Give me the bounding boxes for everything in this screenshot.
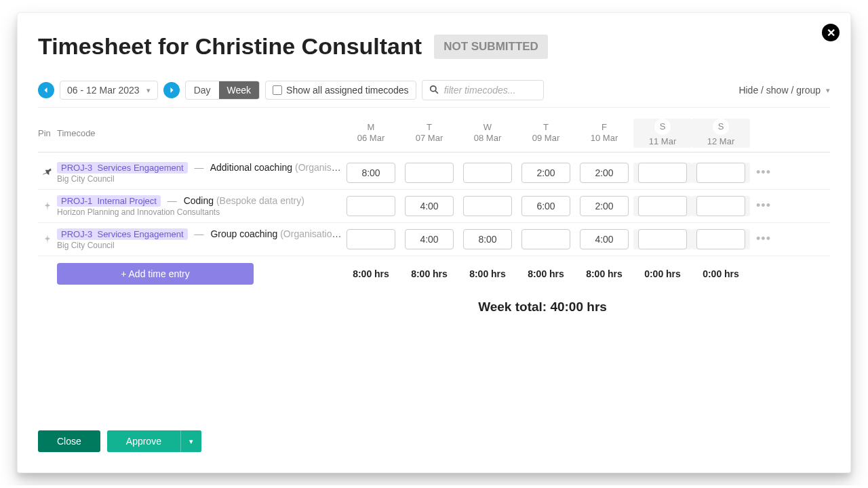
show-all-timecodes-checkbox[interactable]: Show all assigned timecodes (265, 81, 416, 100)
prev-week-button[interactable] (38, 82, 54, 98)
time-input[interactable] (696, 229, 745, 249)
time-input[interactable] (521, 196, 570, 216)
day-total: 8:00 hrs (517, 268, 575, 279)
col-day-0: M06 Mar (342, 122, 400, 145)
add-time-entry-button[interactable]: + Add time entry (57, 263, 254, 285)
table-row: PROJ-3 Services Engagement — Group coach… (38, 223, 830, 256)
col-day-6: S12 Mar (692, 119, 750, 148)
day-total: 8:00 hrs (575, 268, 633, 279)
hide-show-label: Hide / show / group (738, 85, 821, 96)
pin-toggle[interactable] (38, 167, 57, 178)
time-input[interactable] (580, 196, 629, 216)
time-input[interactable] (347, 163, 395, 183)
time-input[interactable] (405, 163, 454, 183)
time-input[interactable] (521, 229, 570, 249)
timecode-cell: PROJ-1 Internal Project — Coding (Bespok… (57, 195, 342, 217)
time-input[interactable] (638, 196, 687, 216)
time-input[interactable] (463, 163, 512, 183)
pin-toggle[interactable] (38, 234, 57, 245)
timecode-cell: PROJ-3 Services Engagement — Additional … (57, 162, 342, 184)
week-total: Week total: 40:00 hrs (255, 300, 830, 314)
chevron-down-icon: ▾ (189, 437, 193, 446)
time-input[interactable] (405, 196, 454, 216)
show-all-label: Show all assigned timecodes (286, 85, 409, 96)
time-input[interactable] (696, 163, 745, 183)
col-timecode: Timecode (57, 128, 342, 138)
time-input[interactable] (580, 229, 629, 249)
col-day-2: W08 Mar (458, 122, 517, 145)
hide-show-group-menu[interactable]: Hide / show / group ▾ (738, 85, 830, 96)
svg-line-1 (435, 90, 437, 93)
view-toggle: Day Week (185, 81, 260, 100)
col-day-5: S11 Mar (633, 119, 692, 148)
col-day-1: T07 Mar (400, 122, 458, 145)
search-icon (429, 85, 439, 96)
date-range-label: 06 - 12 Mar 2023 (67, 85, 140, 96)
filter-timecodes-field[interactable] (422, 80, 544, 100)
col-day-3: T09 Mar (517, 122, 575, 145)
time-input[interactable] (405, 229, 454, 249)
time-input[interactable] (347, 229, 395, 249)
next-week-button[interactable] (163, 82, 180, 98)
time-input[interactable] (463, 229, 512, 249)
close-icon[interactable]: ✕ (822, 24, 840, 41)
page-title: Timesheet for Christine Consultant (38, 33, 422, 60)
time-input[interactable] (463, 196, 512, 216)
time-input[interactable] (696, 196, 745, 216)
chevron-down-icon: ▾ (826, 86, 830, 95)
table-row: PROJ-3 Services Engagement — Additional … (38, 157, 830, 190)
row-menu-button[interactable]: ••• (750, 232, 777, 246)
day-total: 8:00 hrs (342, 268, 400, 279)
row-menu-button[interactable]: ••• (750, 165, 777, 180)
view-week-button[interactable]: Week (219, 81, 260, 99)
day-total: 0:00 hrs (633, 268, 692, 279)
pin-toggle[interactable] (38, 201, 57, 211)
status-badge: NOT SUBMITTED (434, 35, 548, 59)
time-input[interactable] (347, 196, 395, 216)
table-row: PROJ-1 Internal Project — Coding (Bespok… (38, 190, 830, 223)
day-total: 8:00 hrs (458, 268, 517, 279)
day-total: 8:00 hrs (400, 268, 458, 279)
checkbox-icon (273, 85, 282, 95)
col-day-4: F10 Mar (575, 122, 633, 145)
time-input[interactable] (521, 163, 570, 183)
close-button[interactable]: Close (38, 430, 100, 452)
row-menu-button[interactable]: ••• (750, 199, 777, 213)
view-day-button[interactable]: Day (186, 81, 219, 99)
col-pin: Pin (38, 128, 57, 138)
time-input[interactable] (580, 163, 629, 183)
day-total: 0:00 hrs (692, 268, 750, 279)
timecode-cell: PROJ-3 Services Engagement — Group coach… (57, 228, 342, 250)
approve-dropdown-button[interactable]: ▾ (180, 430, 201, 452)
time-input[interactable] (638, 163, 687, 183)
svg-point-0 (430, 85, 435, 91)
time-input[interactable] (638, 229, 687, 249)
chevron-down-icon: ▾ (146, 86, 151, 95)
date-range-picker[interactable]: 06 - 12 Mar 2023 ▾ (60, 81, 158, 100)
approve-button[interactable]: Approve (107, 430, 180, 452)
filter-input[interactable] (443, 84, 531, 96)
